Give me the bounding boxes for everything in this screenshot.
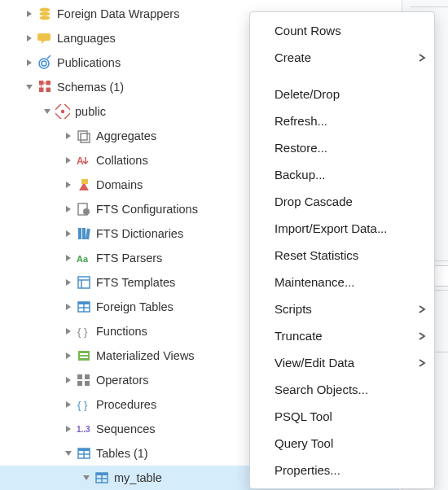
schema-icon [55, 104, 70, 119]
schemas-icon [37, 80, 52, 94]
ctx-import-export[interactable]: Import/Export Data... [250, 215, 434, 242]
fts-templates-icon [77, 275, 91, 290]
ctx-drop-cascade[interactable]: Drop Cascade [250, 188, 434, 215]
expand-icon[interactable] [62, 325, 75, 338]
expand-icon[interactable] [23, 32, 36, 45]
ctx-maintenance[interactable]: Maintenance... [250, 269, 434, 295]
expand-icon[interactable] [62, 129, 75, 142]
procedures-icon: { } [77, 397, 91, 412]
svg-point-4 [42, 61, 46, 66]
sequences-icon: 1..3 [77, 422, 91, 436]
svg-rect-38 [85, 381, 90, 386]
ctx-item-label: PSQL Tool [275, 409, 332, 423]
tree-item-label: public [75, 105, 106, 118]
expand-icon[interactable] [23, 7, 36, 20]
ctx-item-label: Properties... [275, 463, 340, 477]
foreign-data-wrappers-icon [37, 7, 52, 21]
svg-text:A: A [77, 155, 84, 167]
ctx-item-label: Query Tool [275, 436, 333, 450]
tree-item-label: Foreign Tables [96, 300, 173, 313]
svg-rect-7 [46, 81, 51, 85]
ctx-item-label: Maintenance... [275, 275, 354, 289]
collapse-icon[interactable] [23, 81, 36, 94]
svg-rect-24 [78, 277, 90, 288]
operators-icon [77, 373, 91, 387]
ctx-item-label: Drop Cascade [275, 195, 353, 208]
submenu-icon [418, 332, 426, 340]
separator [411, 7, 448, 7]
expand-icon[interactable] [62, 276, 75, 289]
svg-point-0 [40, 8, 51, 12]
svg-text:1..3: 1..3 [77, 425, 90, 434]
tree-item-label: Collations [96, 154, 148, 167]
tree-item-label: FTS Parsers [96, 252, 162, 265]
tree-item-label: Foreign Data Wrappers [57, 7, 179, 20]
svg-point-2 [40, 16, 51, 20]
table-icon [94, 470, 109, 485]
tree-item-label: Operators [96, 374, 148, 387]
ctx-item-label: Search Objects... [275, 383, 368, 396]
expand-icon[interactable] [23, 56, 36, 69]
svg-point-1 [40, 12, 51, 16]
aggregates-icon [77, 129, 91, 143]
expand-icon[interactable] [62, 300, 75, 313]
fts-config-icon [77, 202, 91, 217]
svg-point-19 [83, 208, 90, 215]
ctx-properties[interactable]: Properties... [250, 457, 434, 483]
tree-item-label: Schemas (1) [57, 81, 124, 94]
ctx-delete-drop[interactable]: Delete/Drop [250, 81, 434, 107]
ctx-scripts[interactable]: Scripts [250, 295, 434, 322]
tree-item-label: FTS Dictionaries [96, 227, 183, 240]
svg-rect-20 [78, 228, 81, 239]
tree-item-label: Procedures [96, 398, 156, 411]
expand-icon[interactable] [62, 252, 75, 265]
ctx-truncate[interactable]: Truncate [250, 322, 434, 349]
ctx-item-label: Scripts [275, 302, 312, 316]
fts-dictionaries-icon [77, 226, 91, 241]
expand-icon[interactable] [62, 349, 75, 362]
tree-item-label: Sequences [96, 422, 156, 435]
ctx-count-rows[interactable]: Count Rows [250, 17, 434, 44]
ctx-search-objects[interactable]: Search Objects... [250, 376, 434, 403]
ctx-view-edit-data[interactable]: View/Edit Data [250, 349, 434, 376]
expand-icon[interactable] [62, 227, 75, 240]
svg-rect-34 [80, 357, 88, 358]
tree-item-label: Domains [96, 178, 143, 191]
fts-parsers-icon: Aa [77, 251, 91, 265]
tree-item-label: Publications [57, 56, 121, 69]
expand-icon[interactable] [62, 422, 75, 435]
ctx-create[interactable]: Create [250, 44, 434, 71]
submenu-icon [418, 54, 426, 62]
submenu-icon [418, 305, 426, 313]
ctx-psql-tool[interactable]: PSQL Tool [250, 403, 434, 430]
svg-rect-21 [82, 228, 86, 239]
tree-item-label: FTS Templates [96, 276, 175, 289]
ctx-item-label: View/Edit Data [275, 356, 354, 370]
foreign-tables-icon [77, 300, 91, 314]
ctx-backup[interactable]: Backup... [250, 161, 434, 188]
svg-rect-6 [39, 81, 44, 85]
expand-icon[interactable] [62, 178, 75, 191]
ctx-query-tool[interactable]: Query Tool [250, 430, 434, 457]
svg-rect-36 [77, 381, 82, 386]
ctx-reset-statistics[interactable]: Reset Statistics [250, 242, 434, 269]
tree-item-label: Languages [57, 32, 116, 45]
svg-rect-17 [81, 179, 88, 184]
context-menu: Count Rows Create Delete/Drop Refresh...… [249, 11, 435, 489]
expand-icon[interactable] [62, 203, 75, 216]
expand-icon[interactable] [62, 398, 75, 411]
languages-icon [37, 31, 52, 46]
svg-rect-14 [78, 131, 87, 140]
collapse-icon[interactable] [80, 471, 93, 484]
ctx-item-label: Truncate [275, 329, 323, 343]
domains-icon [77, 177, 91, 192]
collapse-icon[interactable] [62, 447, 75, 460]
ctx-item-label: Import/Export Data... [275, 221, 387, 235]
svg-text:{ }: { } [77, 399, 88, 411]
expand-icon[interactable] [62, 154, 75, 167]
ctx-refresh[interactable]: Refresh... [250, 107, 434, 134]
svg-text:{ }: { } [77, 326, 88, 338]
expand-icon[interactable] [62, 374, 75, 387]
ctx-restore[interactable]: Restore... [250, 134, 434, 161]
collapse-icon[interactable] [41, 105, 54, 118]
